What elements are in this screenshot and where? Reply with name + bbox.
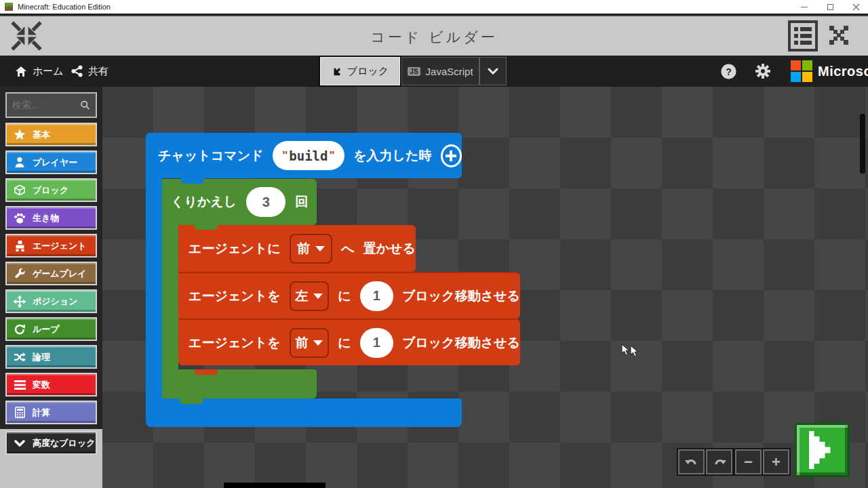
close-quote: " — [329, 149, 334, 163]
share-button[interactable]: 共有 — [71, 56, 108, 87]
sidebar-item-mobs[interactable]: 生き物 — [5, 206, 97, 230]
chat-command-value: build — [289, 148, 328, 163]
repeat-count: 3 — [262, 195, 270, 210]
sidebar-item-math[interactable]: 計算 — [5, 401, 97, 424]
close-code-builder-icon[interactable] — [829, 25, 849, 45]
sidebar-item-label: ゲームプレイ — [33, 268, 87, 280]
agent-move-middle: に — [338, 287, 351, 305]
agent-move-left-block[interactable]: エージェントを 左 に 1 ブロック移動させる — [178, 272, 520, 319]
minus-icon: − — [744, 455, 753, 470]
zoom-out-button[interactable]: − — [735, 449, 762, 474]
restore-button[interactable] — [826, 3, 834, 11]
sidebar-item-label: 変数 — [33, 379, 50, 391]
settings-button[interactable] — [755, 56, 771, 87]
sidebar-item-gameplay[interactable]: ゲームプレイ — [5, 262, 97, 285]
sidebar-item-player[interactable]: プレイヤー — [5, 150, 97, 174]
page-title: コード ビルダー — [0, 28, 868, 47]
search-box[interactable] — [5, 92, 97, 118]
search-input[interactable] — [12, 100, 80, 110]
gear-icon — [755, 63, 771, 79]
chat-command-block-spine[interactable] — [146, 178, 162, 399]
category-list: 基本プレイヤーブロック生き物エージェントゲームプレイポジションループ論理変数計算 — [5, 123, 102, 424]
shuffle-icon — [14, 351, 26, 363]
tab-blocks[interactable]: ブロック — [320, 57, 400, 85]
tab-javascript[interactable]: JS JavaScript — [401, 57, 479, 85]
loop-icon — [14, 323, 26, 336]
sidebar-item-variables[interactable]: 変数 — [5, 373, 97, 396]
microsoft-squares-icon — [791, 60, 812, 82]
agent-place-direction-dropdown[interactable]: 前 — [290, 234, 333, 264]
lines-icon — [14, 379, 26, 391]
sidebar-item-label: プレイヤー — [33, 157, 77, 169]
sidebar-item-basic[interactable]: 基本 — [5, 123, 97, 146]
dropdown-value: 左 — [295, 287, 308, 305]
wrench-icon — [14, 268, 26, 280]
close-window-button[interactable] — [852, 3, 860, 11]
move-count: 1 — [373, 288, 380, 304]
sidebar-item-positions[interactable]: ポジション — [5, 289, 97, 313]
svg-text:?: ? — [726, 66, 732, 77]
workspace-scrollbar[interactable] — [860, 114, 865, 174]
sidebar-item-logic[interactable]: 論理 — [5, 345, 97, 369]
js-icon: JS — [408, 67, 420, 76]
plus-icon: + — [772, 455, 781, 470]
puzzle-icon — [332, 66, 342, 77]
zoom-in-button[interactable]: + — [763, 449, 789, 474]
sidebar-item-advanced[interactable]: 高度なブロック — [5, 431, 97, 455]
repeat-prefix: くりかえし — [171, 193, 237, 211]
tab-javascript-label: JavaScript — [426, 66, 473, 77]
mouse-cursor — [621, 344, 630, 356]
tab-blocks-label: ブロック — [347, 65, 389, 78]
chat-block-tab — [181, 178, 204, 184]
chat-command-block[interactable]: チャットコマンド " build " を入力した時 — [146, 133, 462, 178]
chevron-down-icon — [488, 68, 498, 75]
undo-button[interactable] — [678, 449, 705, 474]
chat-command-input[interactable]: " build " — [273, 141, 345, 170]
dropdown-value: 前 — [295, 334, 308, 352]
chat-command-suffix: を入力した時 — [353, 147, 431, 165]
repeat-block-bottom-tab — [180, 399, 203, 404]
repeat-block-tab — [195, 224, 218, 230]
tab-dropdown-button[interactable] — [479, 57, 507, 85]
redo-button[interactable] — [706, 449, 732, 474]
run-button[interactable] — [795, 423, 850, 477]
sidebar-item-label: 基本 — [33, 129, 50, 141]
agent-move-forward-dropdown[interactable]: 前 — [290, 328, 330, 358]
chevron-down-icon — [14, 437, 26, 449]
sidebar-item-agent[interactable]: エージェント — [5, 234, 97, 258]
repeat-count-input[interactable]: 3 — [246, 187, 285, 217]
cube-icon — [14, 184, 26, 197]
sidebar-item-label: 論理 — [33, 351, 50, 363]
repeat-block[interactable]: くりかえし 3 回 — [162, 179, 317, 225]
sidebar-item-label: ループ — [33, 323, 60, 336]
agent-move-count-input[interactable]: 1 — [360, 328, 393, 358]
agent-place-block[interactable]: エージェントに 前 へ 置かせる — [178, 225, 416, 272]
close-icon — [852, 3, 860, 11]
agent-move-forward-block[interactable]: エージェントを 前 に 1 ブロック移動させる — [178, 319, 520, 365]
agent-move-count-input[interactable]: 1 — [360, 281, 393, 311]
project-list-icon[interactable] — [788, 20, 818, 52]
agent-move-left-dropdown[interactable]: 左 — [290, 281, 330, 311]
agent-move-prefix: エージェントを — [189, 334, 281, 352]
sidebar-item-loops[interactable]: ループ — [5, 317, 97, 341]
microsoft-logo: Microsoft — [791, 56, 868, 87]
window-titlebar: Minecraft: Education Edition — [0, 0, 868, 15]
home-icon — [15, 66, 27, 77]
home-button[interactable]: ホーム — [15, 56, 64, 87]
agent-place-suffix: 置かせる — [363, 240, 416, 258]
sidebar-item-label: 計算 — [33, 407, 50, 419]
paw-icon — [14, 212, 26, 224]
chat-command-prefix: チャットコマンド — [158, 147, 264, 165]
minimize-button[interactable] — [800, 3, 808, 11]
move-count: 1 — [373, 335, 380, 350]
expand-plus-icon[interactable] — [441, 144, 462, 167]
home-label: ホーム — [33, 65, 64, 78]
agent-move-middle: に — [338, 334, 351, 352]
sidebar-item-label: ブロック — [33, 184, 68, 197]
agent-place-middle: へ — [341, 240, 354, 258]
share-label: 共有 — [88, 65, 108, 78]
help-button[interactable]: ? — [721, 56, 736, 87]
restore-icon — [827, 4, 833, 10]
sidebar-item-blocks[interactable]: ブロック — [5, 178, 97, 202]
repeat-block-footer[interactable] — [162, 369, 317, 399]
